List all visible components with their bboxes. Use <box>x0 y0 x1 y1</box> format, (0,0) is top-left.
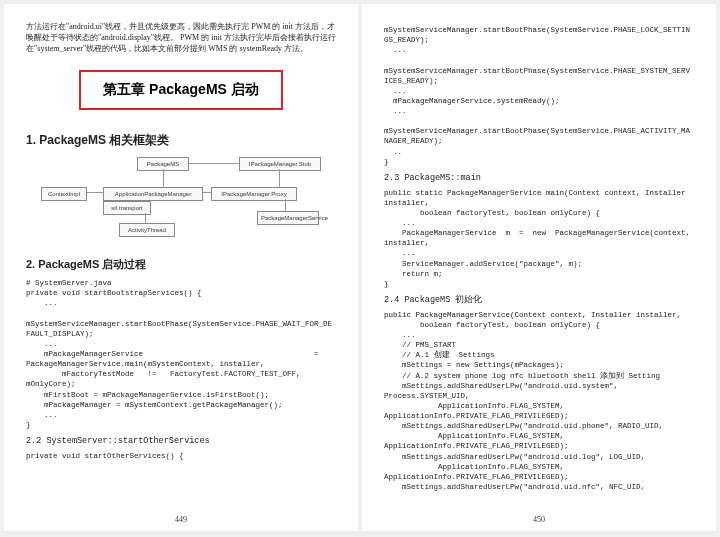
page-number-left: 449 <box>4 514 358 525</box>
diagram-line <box>279 169 280 187</box>
diagram-line <box>203 192 211 193</box>
right-page: mSystemServiceManager.startBootPhase(Sys… <box>362 4 716 531</box>
subsection-2-3: 2.3 PackageMS::main <box>384 173 694 185</box>
code-block-main: public static PackageManagerService main… <box>384 188 694 289</box>
code-block-init: public PackageManagerService(Context con… <box>384 310 694 492</box>
diagram-line <box>189 163 239 164</box>
diagram-box-transport: stl.transport <box>103 201 151 215</box>
page-number-right: 450 <box>362 514 716 525</box>
diagram-box-stub: IPackageManager.Stub <box>239 157 321 171</box>
diagram-box-pkgmgrservice: PackageManagerService <box>257 211 319 225</box>
code-block-startbootstrap: # SystemServer.java private void startBo… <box>26 278 336 430</box>
code-block-bootphases: mSystemServiceManager.startBootPhase(Sys… <box>384 25 694 167</box>
intro-paragraph: 方法运行在"android.ui"线程，并且优先级更高，因此需先执行完 PWM … <box>26 22 336 54</box>
page-spread: 方法运行在"android.ui"线程，并且优先级更高，因此需先执行完 PWM … <box>0 0 720 535</box>
class-diagram: PackageMS IPackageManager.Stub ContextIm… <box>41 157 321 247</box>
subsection-2-4: 2.4 PackageMS 初始化 <box>384 295 694 307</box>
diagram-line <box>87 192 103 193</box>
diagram-box-contextimpl: ContextImpl <box>41 187 87 201</box>
chapter-title-box: 第五章 PackageMS 启动 <box>79 70 283 110</box>
diagram-line <box>163 169 164 187</box>
left-page: 方法运行在"android.ui"线程，并且优先级更高，因此需先执行完 PWM … <box>4 4 358 531</box>
diagram-line <box>285 199 286 211</box>
diagram-line <box>145 213 146 223</box>
chapter-wrap: 第五章 PackageMS 启动 <box>26 64 336 124</box>
diagram-box-apppkgmgr: ApplicationPackageManager <box>103 187 203 201</box>
section-1-title: 1. PackageMS 相关框架类 <box>26 132 336 149</box>
diagram-box-activitythread: ActivityThread <box>119 223 175 237</box>
code-block-startother: private void startOtherServices() { <box>26 451 336 461</box>
section-2-title: 2. PackageMS 启动过程 <box>26 257 336 272</box>
subsection-2-2: 2.2 SystemServer::startOtherServices <box>26 436 336 448</box>
